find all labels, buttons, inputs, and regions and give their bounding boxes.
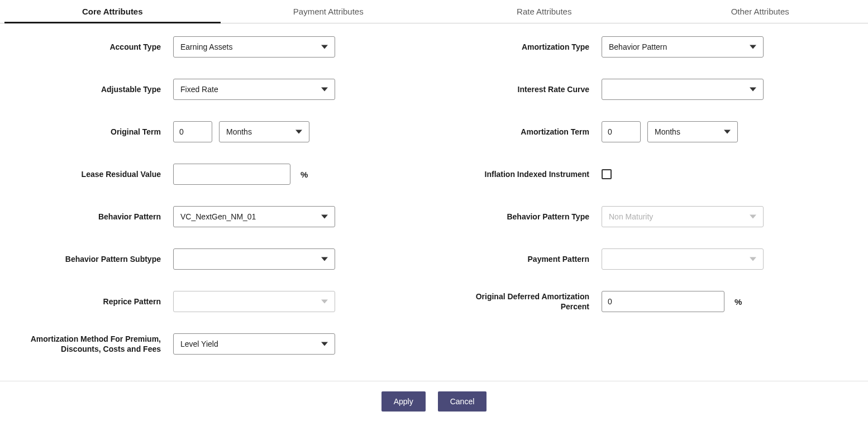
select-amortization-term-unit-value: Months bbox=[655, 127, 680, 136]
chevron-down-icon bbox=[321, 88, 328, 92]
tab-rate-attributes[interactable]: Rate Attributes bbox=[436, 0, 652, 23]
select-interest-rate-curve[interactable] bbox=[602, 79, 764, 100]
label-behavior-pattern-type: Behavior Pattern Type bbox=[451, 212, 602, 222]
label-lease-residual: Lease Residual Value bbox=[22, 169, 173, 179]
suffix-percent: % bbox=[301, 170, 308, 179]
chevron-down-icon bbox=[321, 342, 328, 346]
tabs-bar: Core Attributes Payment Attributes Rate … bbox=[0, 0, 868, 23]
select-amortization-term-unit[interactable]: Months bbox=[647, 121, 738, 142]
chevron-down-icon bbox=[295, 130, 302, 134]
apply-button[interactable]: Apply bbox=[381, 391, 426, 412]
chevron-down-icon bbox=[750, 45, 756, 49]
chevron-down-icon bbox=[750, 215, 756, 219]
input-orig-def-amort-pct[interactable] bbox=[602, 291, 724, 312]
label-amort-method: Amortization Method For Premium, Discoun… bbox=[22, 334, 173, 354]
label-inflation-indexed: Inflation Indexed Instrument bbox=[451, 169, 602, 179]
input-amortization-term[interactable] bbox=[602, 121, 641, 142]
label-behavior-subtype: Behavior Pattern Subtype bbox=[22, 254, 173, 264]
select-original-term-unit[interactable]: Months bbox=[219, 121, 309, 142]
chevron-down-icon bbox=[724, 130, 731, 134]
select-amortization-type[interactable]: Behavior Pattern bbox=[602, 36, 764, 58]
select-account-type-value: Earning Assets bbox=[180, 42, 232, 51]
select-adjustable-type[interactable]: Fixed Rate bbox=[173, 79, 335, 100]
select-account-type[interactable]: Earning Assets bbox=[173, 36, 335, 58]
chevron-down-icon bbox=[321, 257, 328, 261]
tab-core-attributes[interactable]: Core Attributes bbox=[4, 0, 221, 23]
label-original-term: Original Term bbox=[22, 127, 173, 137]
input-lease-residual[interactable] bbox=[173, 164, 290, 185]
select-original-term-unit-value: Months bbox=[226, 127, 252, 136]
label-behavior-pattern: Behavior Pattern bbox=[22, 212, 173, 222]
label-orig-def-amort-pct: Original Deferred Amortization Percent bbox=[451, 291, 602, 312]
label-interest-rate-curve: Interest Rate Curve bbox=[451, 84, 602, 94]
select-behavior-pattern[interactable]: VC_NextGen_NM_01 bbox=[173, 206, 335, 227]
chevron-down-icon bbox=[750, 257, 756, 261]
input-original-term[interactable] bbox=[173, 121, 212, 142]
tab-other-attributes[interactable]: Other Attributes bbox=[652, 0, 869, 23]
select-amort-method[interactable]: Level Yield bbox=[173, 333, 335, 355]
form-content: Account Type Earning Assets Adjustable T… bbox=[0, 23, 868, 381]
select-payment-pattern[interactable] bbox=[602, 248, 764, 270]
label-adjustable-type: Adjustable Type bbox=[22, 84, 173, 94]
label-amortization-term: Amortization Term bbox=[451, 127, 602, 137]
suffix-percent: % bbox=[735, 297, 742, 307]
label-reprice-pattern: Reprice Pattern bbox=[22, 296, 173, 307]
checkbox-inflation-indexed[interactable] bbox=[602, 169, 612, 179]
cancel-button[interactable]: Cancel bbox=[438, 391, 487, 412]
select-reprice-pattern[interactable] bbox=[173, 291, 335, 312]
select-amort-method-value: Level Yield bbox=[180, 339, 218, 348]
chevron-down-icon bbox=[321, 300, 328, 304]
select-amortization-type-value: Behavior Pattern bbox=[609, 42, 667, 51]
select-behavior-pattern-type-value: Non Maturity bbox=[609, 212, 653, 221]
select-adjustable-type-value: Fixed Rate bbox=[180, 85, 218, 94]
footer-actions: Apply Cancel bbox=[0, 381, 868, 421]
select-behavior-pattern-value: VC_NextGen_NM_01 bbox=[180, 212, 256, 221]
select-behavior-pattern-type[interactable]: Non Maturity bbox=[602, 206, 764, 227]
chevron-down-icon bbox=[750, 88, 756, 92]
chevron-down-icon bbox=[321, 215, 328, 219]
label-amortization-type: Amortization Type bbox=[451, 42, 602, 52]
select-behavior-subtype[interactable] bbox=[173, 248, 335, 270]
chevron-down-icon bbox=[321, 45, 328, 49]
label-account-type: Account Type bbox=[22, 42, 173, 52]
tab-payment-attributes[interactable]: Payment Attributes bbox=[221, 0, 437, 23]
label-payment-pattern: Payment Pattern bbox=[451, 254, 602, 264]
